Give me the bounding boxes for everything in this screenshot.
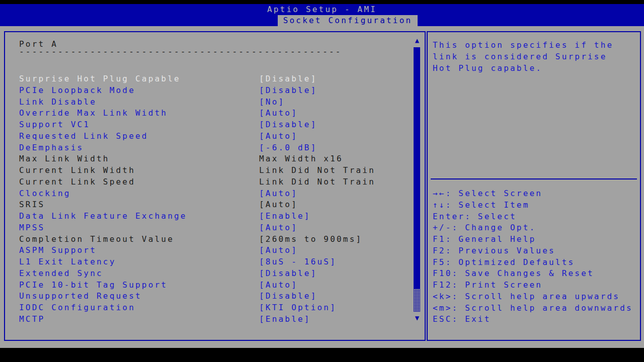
menu-item-row[interactable]: Surprise Hot Plug Capable[Disable] [5, 73, 410, 85]
menu-item-row[interactable]: Override Max Link Width[Auto] [5, 108, 410, 119]
menu-item-value: [Auto] [259, 280, 298, 291]
menu-item-value: [Auto] [259, 199, 298, 211]
menu-item-value: [-6.0 dB] [259, 142, 317, 154]
menu-item-row[interactable]: Requested Link Speed[Auto] [5, 131, 410, 142]
menu-item-value: [Disable] [259, 268, 317, 280]
menu-item-value: [Auto] [259, 188, 298, 200]
key-legend-row: F2: Previous Values [433, 245, 633, 257]
menu-item-row: Completion Timeout Value[260ms to 900ms] [5, 234, 410, 245]
key-legend-row: ESC: Exit [433, 314, 633, 325]
section-separator: ----------------------------------------… [19, 46, 351, 57]
menu-item-row[interactable]: MPSS[Auto] [5, 222, 410, 234]
key-legend-row: <k>: Scroll help area upwards [433, 291, 633, 303]
menu-item-row: Max Link WidthMax Width x16 [5, 153, 410, 165]
menu-item-value: [Disable] [259, 73, 317, 85]
menu-item-row[interactable]: IODC Configuration[KTI Option] [5, 302, 410, 314]
main-area: Port A ---------------------------------… [0, 26, 644, 348]
key-legend: →←: Select Screen↑↓: Select ItemEnter: S… [433, 188, 633, 325]
key-legend-row: →←: Select Screen [433, 188, 633, 200]
help-text-line: Hot Plug capable. [433, 62, 613, 74]
menu-item-label: Override Max Link Width [19, 108, 168, 119]
menu-item-row[interactable]: DeEmphasis[-6.0 dB] [5, 142, 410, 154]
menu-item-value: [8uS - 16uS] [259, 256, 337, 268]
menu-item-value: [Auto] [259, 245, 298, 256]
help-text-line: This option specifies if the [433, 39, 613, 51]
menu-item-value: [KTI Option] [259, 302, 337, 314]
menu-item-row[interactable]: PCIe Loopback Mode[Disable] [5, 85, 410, 97]
menu-item-value: [Disable] [259, 119, 317, 131]
menu-item-label: Link Disable [19, 97, 97, 108]
menu-item-value: [Auto] [259, 131, 298, 142]
menu-item-value: [Enable] [259, 211, 311, 222]
menu-item-label: MPSS [19, 222, 45, 234]
menu-item-label: Extended Sync [19, 268, 103, 280]
menu-item-value: Link Did Not Train [259, 165, 375, 176]
menu-item-value: Link Did Not Train [259, 176, 375, 188]
menu-item-label: Unsupported Request [19, 291, 142, 302]
menu-item-label: PCIe 10-bit Tag Support [19, 280, 168, 291]
tab-bar: Socket Configuration [0, 15, 644, 26]
menu-item-row: SRIS[Auto] [5, 199, 410, 211]
menu-item-value: [No] [259, 97, 285, 108]
menu-item-value: [260ms to 900ms] [259, 234, 362, 245]
key-legend-row: F1: General Help [433, 234, 633, 245]
menu-item-label: Current Link Speed [19, 176, 135, 188]
menu-item-value: [Disable] [259, 85, 317, 97]
menu-item-label: SRIS [19, 199, 45, 211]
key-legend-row: F5: Optimized Defaults [433, 257, 633, 268]
menu-item-row[interactable]: PCIe 10-bit Tag Support[Auto] [5, 280, 410, 291]
menu-item-row: Current Link SpeedLink Did Not Train [5, 176, 410, 188]
key-legend-row: +/-: Change Opt. [433, 222, 633, 234]
menu-item-label: Surprise Hot Plug Capable [19, 73, 181, 85]
help-text: This option specifies if thelink is cons… [433, 39, 613, 74]
scroll-down-icon[interactable]: ▼ [413, 314, 421, 322]
menu-item-row[interactable]: L1 Exit Latency[8uS - 16uS] [5, 256, 410, 268]
help-panel: This option specifies if thelink is cons… [427, 31, 641, 341]
settings-panel: Port A ---------------------------------… [4, 31, 426, 341]
scrollbar-thumb[interactable] [414, 47, 420, 289]
key-legend-row: <m>: Scroll help area downwards [433, 303, 633, 314]
bios-screen: Aptio Setup - AMI Socket Configuration P… [0, 0, 644, 362]
app-title: Aptio Setup - AMI [0, 4, 644, 15]
menu-item-value: [Enable] [259, 314, 311, 325]
menu-item-label: PCIe Loopback Mode [19, 85, 135, 97]
menu-item-label: IODC Configuration [19, 302, 135, 314]
menu-item-label: Clocking [19, 188, 71, 200]
menu-item-label: Max Link Width [19, 153, 110, 165]
key-legend-row: F10: Save Changes & Reset [433, 268, 633, 280]
key-legend-row: Enter: Select [433, 211, 633, 223]
menu-item-row[interactable]: Clocking[Auto] [5, 188, 410, 200]
menu-item-row[interactable]: Extended Sync[Disable] [5, 268, 410, 280]
menu-item-label: Support VC1 [19, 119, 90, 131]
menu-item-row[interactable]: Support VC1[Disable] [5, 119, 410, 131]
menu-item-label: DeEmphasis [19, 142, 84, 154]
key-legend-row: ↑↓: Select Item [433, 200, 633, 211]
menu-item-value: Max Width x16 [259, 153, 343, 165]
menu-item-row[interactable]: Unsupported Request[Disable] [5, 291, 410, 302]
menu-item-value: [Disable] [259, 291, 317, 302]
menu-item-label: Completion Timeout Value [19, 234, 174, 245]
menu-item-row[interactable]: Link Disable[No] [5, 97, 410, 108]
menu-item-row: Current Link WidthLink Did Not Train [5, 165, 410, 176]
menu-item-value: [Auto] [259, 108, 298, 119]
menu-item-list: Surprise Hot Plug Capable[Disable]PCIe L… [5, 73, 410, 325]
menu-item-label: ASPM Support [19, 245, 97, 256]
menu-item-value: [Auto] [259, 222, 298, 234]
menu-item-label: Data Link Feature Exchange [19, 211, 187, 222]
menu-item-row[interactable]: MCTP[Enable] [5, 314, 410, 325]
scroll-up-icon[interactable]: ▲ [413, 36, 421, 44]
menu-item-label: Requested Link Speed [19, 131, 148, 142]
key-legend-row: F12: Print Screen [433, 280, 633, 291]
menu-item-row[interactable]: Data Link Feature Exchange[Enable] [5, 211, 410, 222]
menu-item-label: Current Link Width [19, 165, 135, 176]
help-panel-divider [431, 178, 637, 179]
menu-item-label: MCTP [19, 314, 45, 325]
scrollbar-track[interactable] [414, 289, 420, 312]
tab-socket-configuration[interactable]: Socket Configuration [278, 15, 418, 26]
menu-item-label: L1 Exit Latency [19, 256, 116, 268]
help-text-line: link is considered Surprise [433, 51, 613, 62]
menu-item-row[interactable]: ASPM Support[Auto] [5, 245, 410, 256]
scrollbar[interactable]: ▲ ▼ [413, 32, 422, 340]
